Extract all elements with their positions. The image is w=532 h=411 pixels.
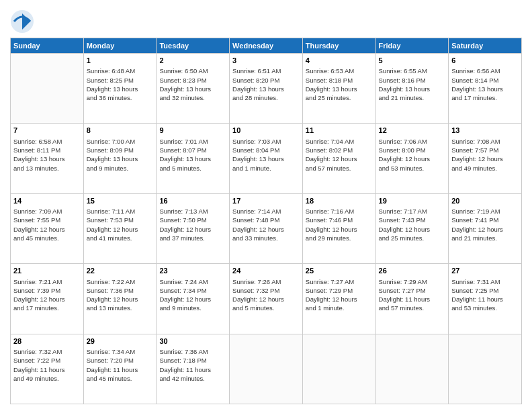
day-info-line: and 25 minutes.	[306, 93, 373, 102]
day-info-line: Daylight: 11 hours	[87, 365, 154, 374]
day-info-line: Sunrise: 6:58 AM	[13, 137, 81, 146]
day-info-line: Sunrise: 6:51 AM	[232, 66, 300, 75]
day-number: 21	[13, 266, 81, 276]
day-info-line: Daylight: 12 hours	[13, 225, 81, 234]
calendar-cell: 27Sunrise: 7:31 AMSunset: 7:25 PMDayligh…	[449, 264, 522, 334]
calendar-cell: 21Sunrise: 7:21 AMSunset: 7:39 PMDayligh…	[11, 264, 84, 334]
day-info-line: and 45 minutes.	[87, 374, 154, 383]
day-info-line: Daylight: 13 hours	[232, 154, 300, 163]
day-info-line: Daylight: 12 hours	[87, 225, 154, 234]
day-info-line: and 13 minutes.	[13, 164, 81, 173]
day-info-line: Daylight: 12 hours	[306, 154, 373, 163]
calendar-cell: 3Sunrise: 6:51 AMSunset: 8:20 PMDaylight…	[230, 54, 303, 124]
day-number: 6	[451, 56, 519, 66]
day-info-line: Sunrise: 7:24 AM	[159, 277, 226, 286]
day-info-line: and 5 minutes.	[232, 304, 300, 312]
calendar-cell: 28Sunrise: 7:32 AMSunset: 7:22 PMDayligh…	[11, 334, 84, 404]
day-info-line: and 37 minutes.	[159, 234, 226, 242]
day-info-line: Sunrise: 7:13 AM	[159, 207, 226, 216]
day-number: 29	[87, 336, 154, 347]
calendar-cell: 4Sunrise: 6:53 AMSunset: 8:18 PMDaylight…	[302, 54, 375, 124]
day-info-line: Sunset: 8:23 PM	[159, 76, 226, 85]
day-info-line: Daylight: 13 hours	[379, 85, 446, 93]
day-number: 26	[379, 266, 446, 276]
day-header-friday: Friday	[375, 38, 449, 54]
calendar-cell: 12Sunrise: 7:06 AMSunset: 8:00 PMDayligh…	[375, 124, 449, 193]
day-info-line: and 53 minutes.	[451, 304, 519, 312]
day-info-line: Daylight: 12 hours	[232, 225, 300, 234]
calendar-cell: 30Sunrise: 7:36 AMSunset: 7:18 PMDayligh…	[157, 334, 230, 404]
day-info-line: Daylight: 11 hours	[13, 365, 81, 374]
day-info-line: Sunrise: 7:14 AM	[232, 207, 300, 216]
header	[10, 7, 522, 34]
day-info-line: Sunset: 8:02 PM	[306, 146, 373, 154]
day-info-line: Sunset: 7:34 PM	[159, 286, 226, 295]
day-info-line: Sunrise: 7:27 AM	[306, 277, 373, 286]
day-info-line: Daylight: 13 hours	[159, 154, 226, 163]
calendar-header-row: SundayMondayTuesdayWednesdayThursdayFrid…	[11, 38, 522, 54]
day-number: 7	[13, 126, 81, 136]
day-info-line: Sunset: 7:22 PM	[13, 356, 81, 365]
calendar-cell: 26Sunrise: 7:29 AMSunset: 7:27 PMDayligh…	[375, 264, 449, 334]
day-info-line: Sunrise: 7:36 AM	[159, 347, 226, 356]
calendar-week-row: 1Sunrise: 6:48 AMSunset: 8:25 PMDaylight…	[11, 54, 522, 124]
page: SundayMondayTuesdayWednesdayThursdayFrid…	[0, 0, 532, 411]
day-info-line: and 36 minutes.	[87, 93, 154, 102]
calendar-cell: 5Sunrise: 6:55 AMSunset: 8:16 PMDaylight…	[375, 54, 449, 124]
day-info-line: and 1 minute.	[306, 304, 373, 312]
logo	[10, 9, 37, 34]
day-info-line: Sunset: 7:39 PM	[13, 286, 81, 295]
day-info-line: and 29 minutes.	[306, 234, 373, 242]
day-info-line: Sunrise: 7:03 AM	[232, 137, 300, 146]
day-info-line: and 57 minutes.	[306, 164, 373, 173]
day-number: 13	[451, 126, 519, 136]
day-info-line: and 1 minute.	[232, 164, 300, 173]
day-info-line: Daylight: 12 hours	[451, 154, 519, 163]
day-info-line: Daylight: 13 hours	[87, 85, 154, 93]
day-info-line: Daylight: 13 hours	[13, 154, 81, 163]
day-info-line: Sunrise: 7:09 AM	[13, 207, 81, 216]
day-number: 19	[379, 196, 446, 206]
calendar-cell: 1Sunrise: 6:48 AMSunset: 8:25 PMDaylight…	[83, 54, 157, 124]
day-info-line: Sunrise: 7:08 AM	[451, 137, 519, 146]
calendar-week-row: 28Sunrise: 7:32 AMSunset: 7:22 PMDayligh…	[11, 334, 522, 404]
day-number: 16	[159, 196, 226, 206]
calendar-cell: 8Sunrise: 7:00 AMSunset: 8:09 PMDaylight…	[83, 124, 157, 193]
day-info-line: and 53 minutes.	[379, 164, 446, 173]
calendar-cell: 7Sunrise: 6:58 AMSunset: 8:11 PMDaylight…	[11, 124, 84, 193]
calendar-cell: 17Sunrise: 7:14 AMSunset: 7:48 PMDayligh…	[230, 193, 303, 263]
day-number: 17	[232, 196, 300, 206]
calendar-cell: 23Sunrise: 7:24 AMSunset: 7:34 PMDayligh…	[157, 264, 230, 334]
day-info-line: Daylight: 12 hours	[13, 295, 81, 304]
day-info-line: Sunset: 7:32 PM	[232, 286, 300, 295]
calendar-cell: 15Sunrise: 7:11 AMSunset: 7:53 PMDayligh…	[83, 193, 157, 263]
day-info-line: and 17 minutes.	[13, 304, 81, 312]
day-info-line: and 25 minutes.	[379, 234, 446, 242]
day-info-line: Sunset: 8:25 PM	[87, 76, 154, 85]
day-info-line: Daylight: 12 hours	[159, 225, 226, 234]
day-info-line: and 33 minutes.	[232, 234, 300, 242]
calendar-cell: 2Sunrise: 6:50 AMSunset: 8:23 PMDaylight…	[157, 54, 230, 124]
day-number: 11	[306, 126, 373, 136]
day-info-line: Sunset: 8:16 PM	[379, 76, 446, 85]
day-number: 2	[159, 56, 226, 66]
day-info-line: Sunrise: 6:50 AM	[159, 66, 226, 75]
day-info-line: and 13 minutes.	[87, 304, 154, 312]
day-info-line: and 32 minutes.	[159, 93, 226, 102]
day-info-line: Daylight: 11 hours	[451, 295, 519, 304]
day-number: 25	[306, 266, 373, 276]
day-info-line: Daylight: 12 hours	[232, 295, 300, 304]
day-info-line: Sunrise: 7:22 AM	[87, 277, 154, 286]
day-info-line: Sunset: 7:29 PM	[306, 286, 373, 295]
day-info-line: Sunset: 7:57 PM	[451, 146, 519, 154]
day-info-line: and 5 minutes.	[159, 164, 226, 173]
day-header-saturday: Saturday	[449, 38, 522, 54]
day-info-line: Daylight: 12 hours	[306, 225, 373, 234]
day-info-line: Sunset: 8:11 PM	[13, 146, 81, 154]
day-info-line: Sunrise: 7:19 AM	[451, 207, 519, 216]
day-info-line: Sunset: 7:41 PM	[451, 216, 519, 224]
day-number: 4	[306, 56, 373, 66]
calendar-cell: 19Sunrise: 7:17 AMSunset: 7:43 PMDayligh…	[375, 193, 449, 263]
calendar-cell: 20Sunrise: 7:19 AMSunset: 7:41 PMDayligh…	[449, 193, 522, 263]
day-info-line: Sunset: 7:20 PM	[87, 356, 154, 365]
